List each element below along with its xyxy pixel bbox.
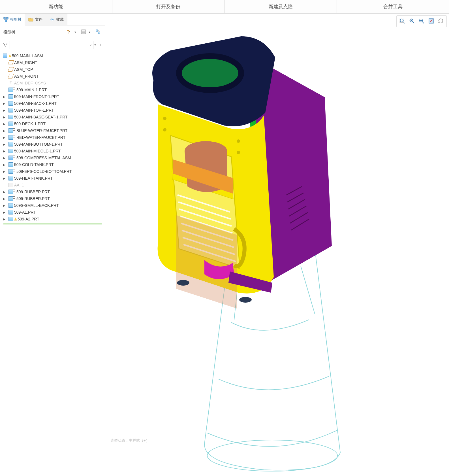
tree-node-label: 508-EPS-COLD-BOTTOM.PRT xyxy=(16,169,72,174)
tree-node[interactable]: ▶BLUE-WATER-FAUCET.PRT xyxy=(0,127,105,134)
tool-settings-button[interactable] xyxy=(94,28,102,37)
part-icon xyxy=(8,115,13,119)
overlay-marker-icon xyxy=(13,156,15,158)
tree-node[interactable]: ▶509-MAIN-BOTTOM-1.PRT xyxy=(0,141,105,148)
tree-node-label: ASM_DEF_CSYS xyxy=(14,81,46,85)
tree-node[interactable]: ASM_TOP xyxy=(0,66,105,73)
tree-node[interactable]: ▶509-RUBBER.PRT xyxy=(0,188,105,195)
expand-toggle[interactable]: ▶ xyxy=(2,177,6,180)
tab-label: 收藏 xyxy=(56,17,64,22)
tree-node-label: 509-A1.PRT xyxy=(14,210,36,214)
expand-toggle[interactable]: ▶ xyxy=(2,211,6,214)
tree-node[interactable]: ▶509-A2.PRT xyxy=(0,216,105,222)
expand-toggle[interactable]: ▶ xyxy=(2,129,6,132)
tree-node[interactable]: ▶509-MAIN-TOP-1.PRT xyxy=(0,107,105,114)
view-tools xyxy=(396,15,447,27)
tree-node-label: 509S-SMALL-BACK.PRT xyxy=(14,203,59,208)
part-icon xyxy=(8,142,13,146)
tree-node[interactable]: ASM_DEF_CSYS xyxy=(0,80,105,86)
tree-node[interactable]: ▶509S-SMALL-BACK.PRT xyxy=(0,202,105,209)
svg-point-12 xyxy=(98,30,100,31)
tool-list-button[interactable] xyxy=(79,28,88,37)
tab-model-tree[interactable]: 模型树 xyxy=(0,14,25,26)
chevron-down-icon[interactable]: ▼ xyxy=(88,31,91,34)
tree-node[interactable]: ▶RED-WATER-FAUCET.PRT xyxy=(0,134,105,141)
tree-root-node[interactable]: 509-MAIN-1.ASM xyxy=(0,52,105,59)
expand-toggle[interactable]: ▶ xyxy=(2,197,6,200)
model-tree[interactable]: 509-MAIN-1.ASMASM_RIGHTASM_TOPASM_FRONTA… xyxy=(0,51,105,476)
ribbon-btn-new-clone[interactable]: 新建及克隆 xyxy=(225,0,337,13)
svg-point-13 xyxy=(400,19,403,22)
pan-button[interactable] xyxy=(427,17,436,26)
tree-node[interactable]: ▶509-MAIN-FRONT-1.PRT xyxy=(0,93,105,100)
tree-node[interactable]: 509-MAIN-1.PRT xyxy=(0,86,105,93)
tree-node-label: 509-HEAT-TANK.PRT xyxy=(14,176,53,180)
tree-node[interactable]: AA_1 xyxy=(0,182,105,188)
rotate-button[interactable] xyxy=(436,17,445,26)
assembly-icon xyxy=(8,156,13,160)
tree-node-label: 509-MAIN-BASE-SEAT-1.PRT xyxy=(14,115,68,119)
zoom-out-button[interactable] xyxy=(417,17,426,26)
part-icon xyxy=(8,128,13,133)
tool-hammer-button[interactable] xyxy=(65,28,73,37)
tab-label: 文件 xyxy=(35,17,42,22)
sidebar-toolbar: 模型树 ▼ ▼ xyxy=(0,26,105,39)
tree-node[interactable]: ▶509-RUBBER.PRT xyxy=(0,195,105,202)
expand-toggle[interactable]: ▶ xyxy=(2,163,6,166)
filter-icon[interactable] xyxy=(3,42,8,48)
rubber-foot xyxy=(239,297,252,303)
tree-node[interactable]: ASM_FRONT xyxy=(0,73,105,80)
tree-node[interactable]: ▶509-COLD-TANK.PRT xyxy=(0,161,105,168)
tree-node-label: 509-DECK-1.PRT xyxy=(14,122,46,126)
expand-toggle[interactable]: ▶ xyxy=(2,204,6,207)
svg-rect-5 xyxy=(69,31,70,33)
top-ribbon: 新功能 打开及备份 新建及克隆 合并工具 xyxy=(0,0,449,14)
tree-node-label: 509-COLD-TANK.PRT xyxy=(14,162,54,167)
chevron-down-icon[interactable]: ▼ xyxy=(74,31,76,34)
ribbon-btn-new-features[interactable]: 新功能 xyxy=(0,0,112,13)
zoom-fit-icon xyxy=(399,18,405,25)
tab-files[interactable]: 文件 xyxy=(25,14,46,25)
part-icon xyxy=(8,190,13,194)
tree-node[interactable]: ASM_RIGHT xyxy=(0,59,105,66)
part-icon xyxy=(8,88,13,92)
expand-toggle[interactable]: ▶ xyxy=(2,190,6,194)
filter-input[interactable] xyxy=(10,41,93,49)
tree-node[interactable]: ▶509-A1.PRT xyxy=(0,209,105,216)
ribbon-btn-merge-tool[interactable]: 合并工具 xyxy=(337,0,449,13)
tree-node[interactable]: ▶508-COMPRESS-METAL.ASM xyxy=(0,154,105,161)
tab-favorites[interactable]: 收藏 xyxy=(46,14,67,25)
part-icon xyxy=(8,94,13,99)
sidebar-tabs: 模型树 文件 收藏 xyxy=(0,14,105,26)
expand-toggle[interactable]: ▶ xyxy=(2,136,6,139)
expand-toggle[interactable]: ▶ xyxy=(2,143,6,146)
expand-toggle[interactable]: ▶ xyxy=(2,122,6,126)
expand-toggle[interactable]: ▶ xyxy=(2,170,6,173)
part-icon xyxy=(8,149,13,153)
model-status-text: 造型状态：主样式（+） xyxy=(110,438,149,445)
expand-toggle[interactable]: ▶ xyxy=(2,150,6,153)
part-icon xyxy=(8,210,13,214)
graphics-canvas[interactable]: 造型状态：主样式（+） xyxy=(105,14,449,476)
overlay-marker-icon xyxy=(13,196,15,199)
expand-toggle[interactable]: ▶ xyxy=(2,116,6,119)
tree-node[interactable]: ▶509-DECK-1.PRT xyxy=(0,120,105,127)
expand-toggle[interactable]: ▶ xyxy=(2,218,6,221)
expand-toggle[interactable]: ▶ xyxy=(2,102,6,105)
tree-node[interactable]: ▶509-MAIN-MIDDLE-1.PRT xyxy=(0,148,105,154)
tree-node[interactable]: ▶509-MAIN-BACK-1.PRT xyxy=(0,100,105,107)
tree-node[interactable]: ▶508-EPS-COLD-BOTTOM.PRT xyxy=(0,168,105,175)
tree-node[interactable]: ▶509-HEAT-TANK.PRT xyxy=(0,175,105,182)
expand-toggle[interactable]: ▶ xyxy=(2,156,6,160)
expand-toggle[interactable]: ▶ xyxy=(2,95,6,98)
zoom-fit-button[interactable] xyxy=(398,17,407,26)
expand-toggle[interactable]: ▶ xyxy=(2,109,6,112)
zoom-in-button[interactable] xyxy=(407,17,416,26)
add-filter-button[interactable]: + xyxy=(99,42,102,48)
ribbon-btn-open-backup[interactable]: 打开及备份 xyxy=(112,0,225,13)
chevron-down-icon[interactable]: ▼ xyxy=(94,44,97,46)
tree-node[interactable]: ▶509-MAIN-BASE-SEAT-1.PRT xyxy=(0,114,105,120)
clear-filter-button[interactable]: × xyxy=(89,43,92,47)
part-icon xyxy=(8,108,13,112)
svg-line-17 xyxy=(413,22,414,23)
